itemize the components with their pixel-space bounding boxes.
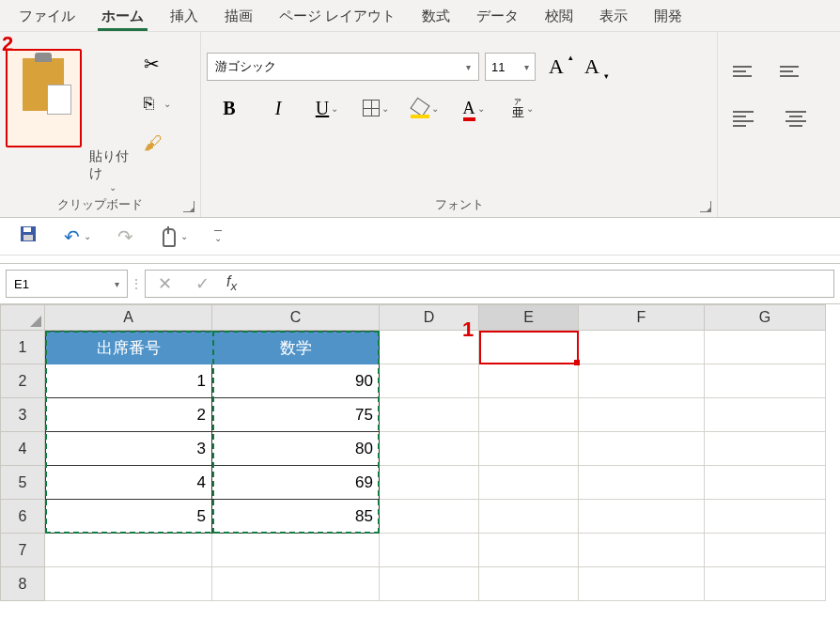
cell-G1[interactable] xyxy=(705,331,826,364)
cell-D7[interactable] xyxy=(380,534,479,567)
cell-G2[interactable] xyxy=(705,364,826,398)
accept-formula-button[interactable]: ✓ xyxy=(183,273,221,294)
font-launcher[interactable] xyxy=(700,201,711,212)
align-top-button[interactable] xyxy=(723,56,765,86)
phonetic-guide-button[interactable]: ア亜⌄ xyxy=(500,92,545,124)
cell-F3[interactable] xyxy=(579,398,705,432)
row-header-6[interactable]: 6 xyxy=(0,500,45,534)
select-all-corner[interactable] xyxy=(0,304,45,331)
cell-A5[interactable]: 4 xyxy=(45,466,212,500)
row-header-7[interactable]: 7 xyxy=(0,534,45,567)
cell-E8[interactable] xyxy=(479,567,579,601)
cell-E7[interactable] xyxy=(479,534,579,567)
cell-C6[interactable]: 85 xyxy=(212,500,380,534)
grow-font-button[interactable]: A xyxy=(541,54,571,79)
cancel-formula-button[interactable]: ✕ xyxy=(146,273,183,294)
cell-D8[interactable] xyxy=(380,567,479,601)
row-header-4[interactable]: 4 xyxy=(0,432,45,466)
font-name-combo[interactable]: 游ゴシック ▾ xyxy=(207,53,479,81)
shrink-font-button[interactable]: A xyxy=(577,54,607,79)
row-header-3[interactable]: 3 xyxy=(0,398,45,432)
tab-file[interactable]: ファイル xyxy=(6,1,88,31)
col-header-E[interactable]: E xyxy=(479,304,579,331)
tab-home[interactable]: ホーム xyxy=(88,1,157,31)
cell-A1[interactable]: 出席番号 xyxy=(45,331,212,364)
cell-G4[interactable] xyxy=(705,432,826,466)
cell-D6[interactable] xyxy=(380,500,479,534)
bold-button[interactable]: B xyxy=(207,92,252,124)
cell-E5[interactable] xyxy=(479,466,579,500)
align-left-button[interactable] xyxy=(723,103,765,133)
cell-C8[interactable] xyxy=(212,567,380,601)
cell-C4[interactable]: 80 xyxy=(212,432,380,466)
col-header-A[interactable]: A xyxy=(45,304,212,331)
cell-F4[interactable] xyxy=(579,432,705,466)
font-size-combo[interactable]: 11 ▾ xyxy=(485,53,536,81)
tab-page-layout[interactable]: ページ レイアウト xyxy=(266,1,409,31)
redo-button[interactable]: ↷ xyxy=(117,225,133,248)
align-middle-button[interactable] xyxy=(770,56,812,86)
font-color-button[interactable]: A⌄ xyxy=(451,92,496,124)
tab-view[interactable]: 表示 xyxy=(586,1,641,31)
cell-A2[interactable]: 1 xyxy=(45,364,212,398)
cell-F6[interactable] xyxy=(579,500,705,534)
cell-G6[interactable] xyxy=(705,500,826,534)
splitter[interactable]: ⋮ xyxy=(128,264,145,303)
cell-C7[interactable] xyxy=(212,534,380,567)
cell-D5[interactable] xyxy=(380,466,479,500)
save-button[interactable] xyxy=(19,225,38,248)
fill-color-button[interactable]: ⌄ xyxy=(402,92,447,124)
clipboard-launcher[interactable] xyxy=(183,201,194,212)
paste-dropdown[interactable]: ⌄ xyxy=(109,182,117,193)
col-header-C[interactable]: C xyxy=(212,304,380,331)
fx-icon[interactable]: fx xyxy=(221,273,242,293)
tab-review[interactable]: 校閲 xyxy=(532,1,586,31)
cell-C3[interactable]: 75 xyxy=(212,398,380,432)
copy-button[interactable]: ⎘ ⌄ xyxy=(144,92,194,115)
cell-A3[interactable]: 2 xyxy=(45,398,212,432)
cell-F1[interactable] xyxy=(579,331,705,364)
col-header-G[interactable]: G xyxy=(705,304,826,331)
cell-F5[interactable] xyxy=(579,466,705,500)
undo-button[interactable]: ↶⌄ xyxy=(64,225,91,248)
italic-button[interactable]: I xyxy=(256,92,301,124)
cell-A7[interactable] xyxy=(45,534,212,567)
cell-A6[interactable]: 5 xyxy=(45,500,212,534)
cell-A4[interactable]: 3 xyxy=(45,432,212,466)
row-header-8[interactable]: 8 xyxy=(0,567,45,601)
tab-draw[interactable]: 描画 xyxy=(211,1,266,31)
cell-D4[interactable] xyxy=(380,432,479,466)
paste-button[interactable] xyxy=(6,49,82,147)
name-box[interactable]: E1 ▾ xyxy=(6,270,128,298)
row-header-1[interactable]: 1 xyxy=(0,331,45,364)
col-header-F[interactable]: F xyxy=(579,304,705,331)
cell-F7[interactable] xyxy=(579,534,705,567)
row-header-2[interactable]: 2 xyxy=(0,364,45,398)
cell-F8[interactable] xyxy=(579,567,705,601)
cell-E4[interactable] xyxy=(479,432,579,466)
cell-E1[interactable] xyxy=(479,331,579,364)
touch-mode-button[interactable]: ⌄ xyxy=(160,226,188,247)
cell-D3[interactable] xyxy=(380,398,479,432)
underline-button[interactable]: U⌄ xyxy=(304,92,350,124)
cut-button[interactable]: ✂ xyxy=(144,53,194,75)
tab-data[interactable]: データ xyxy=(463,1,532,31)
tab-developer[interactable]: 開発 xyxy=(641,1,695,31)
cell-C5[interactable]: 69 xyxy=(212,466,380,500)
copy-dropdown[interactable]: ⌄ xyxy=(163,99,171,109)
cell-G5[interactable] xyxy=(705,466,826,500)
borders-button[interactable]: ⌄ xyxy=(353,92,398,124)
align-center-button[interactable] xyxy=(770,103,812,133)
qat-customize[interactable]: ⌄ xyxy=(214,230,222,243)
cell-A8[interactable] xyxy=(45,567,212,601)
cell-C1[interactable]: 数学 xyxy=(212,331,380,364)
cell-E2[interactable] xyxy=(479,364,579,398)
cell-F2[interactable] xyxy=(579,364,705,398)
cell-G3[interactable] xyxy=(705,398,826,432)
format-painter-button[interactable]: 🖌 xyxy=(144,132,194,154)
tab-insert[interactable]: 挿入 xyxy=(157,1,211,31)
cell-C2[interactable]: 90 xyxy=(212,364,380,398)
cell-G8[interactable] xyxy=(705,567,826,601)
cell-E6[interactable] xyxy=(479,500,579,534)
cell-G7[interactable] xyxy=(705,534,826,567)
